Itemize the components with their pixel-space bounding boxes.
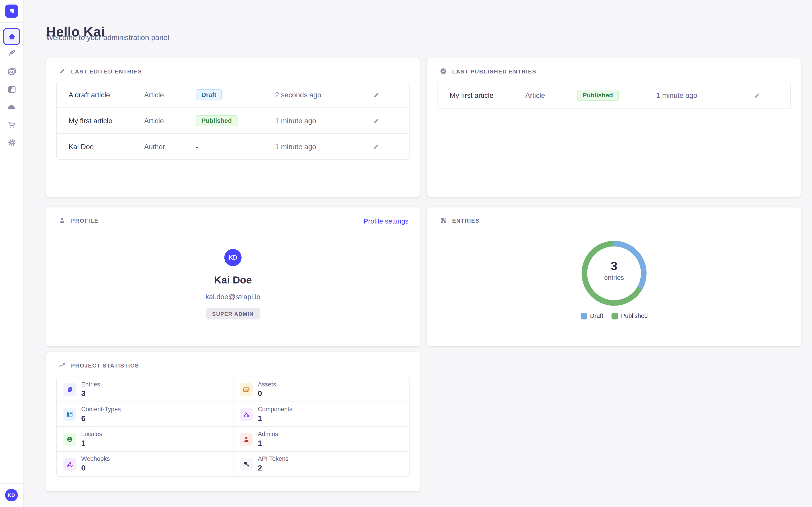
stat-webhooks: Webhooks 0 [57, 451, 233, 476]
status-badge: Draft [196, 89, 222, 101]
profile-email: kai.doe@strapi.io [46, 292, 420, 300]
last-edited-entries-card: LAST EDITED ENTRIES A draft article Arti… [46, 58, 420, 197]
stat-value: 1 [81, 438, 102, 448]
pencil-icon [372, 143, 380, 150]
profile-settings-link[interactable]: Profile settings [364, 217, 408, 225]
card-header: LAST EDITED ENTRIES [58, 67, 142, 75]
entry-name: Kai Doe [68, 143, 144, 151]
stat-api-tokens: API Tokens 2 [233, 451, 409, 476]
table-row: Kai Doe Author - 1 minute ago [57, 133, 409, 159]
stat-content-types: Content-Types 6 [57, 402, 233, 426]
sidebar-item-deploy[interactable] [4, 99, 19, 115]
profile-card: PROFILE Profile settings KD Kai Doe kai.… [46, 207, 420, 346]
sidebar-item-content-manager[interactable] [4, 46, 19, 61]
chart-legend: Draft Published [427, 312, 801, 320]
card-header: LAST PUBLISHED ENTRIES [440, 67, 537, 75]
stat-value: 0 [81, 463, 110, 473]
entry-name: My first article [450, 91, 525, 99]
stat-label: Components [258, 405, 292, 413]
stat-label: Entries [81, 381, 100, 388]
trend-up-icon [58, 361, 66, 369]
stat-label: Webhooks [81, 455, 110, 463]
pictures-icon [7, 67, 16, 76]
card-header: PROJECT STATISTICS [58, 361, 139, 369]
person-icon [240, 433, 253, 445]
edit-entry-button[interactable] [368, 87, 384, 103]
legend-item-published: Published [611, 312, 648, 320]
strapi-admin-homepage: KD Hello Kai Welcome to your administrat… [0, 0, 812, 507]
entry-time: 1 minute ago [656, 91, 750, 99]
stat-value: 0 [258, 389, 276, 398]
stat-value: 1 [258, 438, 278, 448]
sidebar-item-media-library[interactable] [4, 64, 19, 79]
entry-type: Article [144, 117, 196, 125]
sidebar-user-avatar[interactable]: KD [5, 489, 18, 501]
stat-locales: Locales 1 [57, 426, 233, 451]
entries-donut-chart: 3 entries [576, 235, 652, 312]
edit-entry-button[interactable] [368, 139, 384, 154]
entries-chart-card: ENTRIES 3 entries Draft Published [427, 207, 801, 346]
sidebar-divider [0, 22, 23, 23]
edit-entry-button[interactable] [750, 88, 765, 103]
legend-label: Draft [590, 312, 603, 320]
strapi-logo-icon [8, 7, 15, 15]
table-row: A draft article Article Draft 2 seconds … [57, 82, 409, 108]
card-header: ENTRIES [440, 217, 480, 224]
stat-label: Assets [258, 381, 276, 388]
gear-icon [7, 138, 16, 147]
role-badge: SUPER ADMIN [206, 308, 260, 320]
sidebar-item-settings[interactable] [4, 135, 19, 150]
home-icon [7, 32, 16, 41]
card-title: LAST PUBLISHED ENTRIES [452, 68, 537, 74]
entry-time: 1 minute ago [275, 143, 368, 151]
entry-name: My first article [68, 117, 144, 125]
nodes-icon [240, 408, 253, 420]
key-icon [240, 458, 253, 470]
edit-entry-button[interactable] [368, 113, 384, 128]
stat-label: Content-Types [81, 405, 121, 413]
card-title: LAST EDITED ENTRIES [71, 68, 142, 74]
entries-count-label: entries [576, 274, 652, 282]
pictures-icon [240, 383, 253, 396]
stat-label: API Tokens [258, 455, 289, 463]
entries-count: 3 [576, 260, 652, 273]
stat-admins: Admins 1 [233, 426, 409, 451]
layout-icon [7, 84, 16, 94]
profile-body: KD Kai Doe kai.doe@strapi.io SUPER ADMIN [46, 249, 420, 320]
stat-value: 6 [81, 413, 121, 423]
sidebar-item-marketplace[interactable] [4, 117, 19, 132]
pencil-icon [372, 117, 380, 125]
pencil-icon [372, 91, 380, 99]
legend-item-draft: Draft [580, 312, 603, 320]
card-title: PROFILE [71, 217, 98, 223]
stat-label: Admins [258, 430, 278, 438]
entry-time: 1 minute ago [275, 117, 368, 125]
entry-time: 2 seconds ago [275, 91, 368, 99]
stat-value: 2 [258, 463, 289, 473]
table-row: My first article Article Published 1 min… [438, 82, 790, 109]
stat-value: 1 [258, 413, 292, 423]
pencil-icon [753, 92, 761, 99]
layout-icon [63, 408, 76, 420]
stat-value: 3 [81, 389, 100, 398]
legend-label: Published [621, 312, 648, 320]
profile-name: Kai Doe [46, 274, 420, 286]
avatar: KD [224, 249, 242, 266]
table-row: My first article Article Published 1 min… [57, 108, 409, 133]
card-title: PROJECT STATISTICS [71, 362, 139, 369]
puzzle-icon [440, 217, 447, 224]
last-published-table: My first article Article Published 1 min… [438, 81, 791, 109]
cloud-icon [6, 102, 17, 112]
stat-components: Components 1 [233, 402, 409, 426]
project-statistics-card: PROJECT STATISTICS Entries 3 [46, 352, 420, 492]
stat-assets: Assets 0 [233, 377, 409, 402]
sidebar-item-content-type-builder[interactable] [4, 81, 19, 97]
check-circle-icon [440, 67, 447, 75]
entry-type: Article [144, 91, 196, 99]
stats-table: Entries 3 Assets [56, 377, 410, 476]
documents-icon [63, 383, 76, 396]
entry-name: A draft article [68, 91, 144, 99]
sidebar-item-home[interactable] [3, 28, 20, 45]
status-empty: - [196, 143, 199, 151]
strapi-logo [5, 4, 18, 18]
